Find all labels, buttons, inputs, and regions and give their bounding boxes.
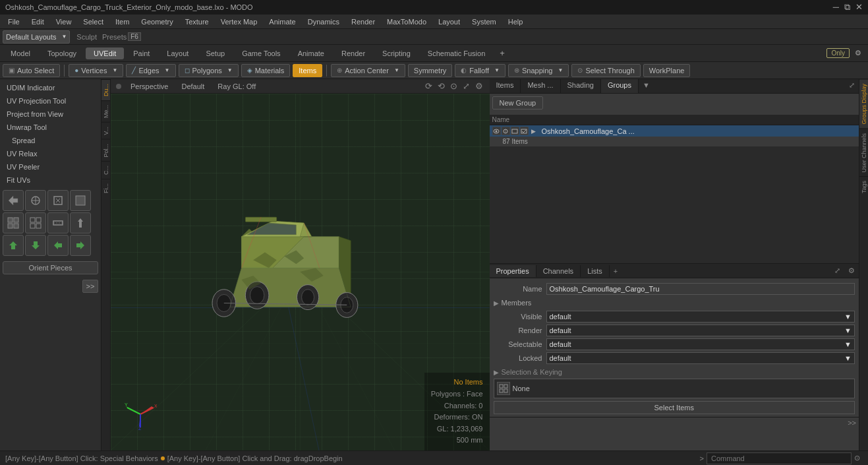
side-tab-du[interactable]: Du...	[101, 79, 110, 100]
auto-select-button[interactable]: ▣ Auto Select	[3, 64, 60, 77]
select-items-button[interactable]: Select Items	[494, 401, 855, 414]
falloff-button[interactable]: ◐ Falloff ▼	[455, 64, 506, 77]
props-expand-icon[interactable]: ⤢	[830, 264, 844, 277]
new-group-button[interactable]: New Group	[492, 96, 544, 109]
locked-dropdown[interactable]: default ▼	[546, 352, 855, 364]
side-tab-v[interactable]: V...	[101, 122, 110, 139]
tool-btn-1[interactable]	[3, 190, 24, 211]
selectable-dropdown[interactable]: default ▼	[546, 338, 855, 350]
group-box-icon[interactable]	[511, 127, 519, 135]
minimize-button[interactable]: ─	[833, 2, 839, 13]
presets-key[interactable]: F6	[128, 32, 141, 41]
menu-maxtomodo[interactable]: MaxToModo	[382, 16, 432, 27]
r-side-tab-tags[interactable]: Tags	[859, 176, 868, 197]
menu-layout[interactable]: Layout	[433, 16, 465, 27]
fit-uvs[interactable]: Fit UVs	[3, 174, 98, 186]
command-search-icon[interactable]: ⊙	[852, 452, 863, 464]
viewport-expand-icon[interactable]: ⤢	[461, 80, 471, 92]
close-button[interactable]: ✕	[855, 2, 863, 13]
viewport-orbit-icon[interactable]: ⟳	[424, 80, 434, 92]
side-tab-fi[interactable]: Fi...	[101, 179, 110, 197]
props-gear-icon[interactable]: ⚙	[844, 264, 859, 277]
workplane-button[interactable]: WorkPlane	[643, 64, 691, 77]
menu-item[interactable]: Item	[110, 16, 134, 27]
tool-btn-7[interactable]	[47, 212, 69, 233]
add-tab-button[interactable]: +	[494, 46, 510, 60]
menu-vertex-map[interactable]: Vertex Map	[216, 16, 263, 27]
symmetry-button[interactable]: Symmetry	[408, 64, 453, 77]
menu-file[interactable]: File	[3, 16, 25, 27]
render-dropdown[interactable]: default ▼	[546, 325, 855, 336]
tab-mesh[interactable]: Mesh ...	[521, 79, 560, 93]
tab-topology[interactable]: Topology	[40, 47, 84, 59]
snapping-button[interactable]: ⊛ Snapping ▼	[508, 64, 569, 77]
side-tab-me[interactable]: Me...	[101, 100, 110, 122]
tool-btn-left[interactable]	[47, 235, 69, 256]
tab-uvedit[interactable]: UVEdit	[86, 47, 124, 59]
materials-button[interactable]: ◈ Materials	[241, 64, 291, 77]
uv-peeler[interactable]: UV Peeler	[3, 161, 98, 173]
menu-geometry[interactable]: Geometry	[136, 16, 178, 27]
menu-dynamics[interactable]: Dynamics	[303, 16, 345, 27]
tab-paint[interactable]: Paint	[125, 47, 158, 59]
viewport-default[interactable]: Default	[177, 81, 208, 92]
uv-relax[interactable]: UV Relax	[3, 148, 98, 160]
props-tab-properties[interactable]: Properties	[490, 265, 536, 277]
name-input[interactable]	[546, 283, 855, 295]
props-plus-button[interactable]: +	[610, 265, 622, 277]
select-through-button[interactable]: ⊙ Select Through	[571, 64, 640, 77]
expand-panel-button[interactable]: >>	[82, 280, 98, 293]
udim-indicator[interactable]: UDIM Indicator	[3, 82, 98, 94]
tab-groups[interactable]: Groups	[601, 79, 639, 93]
vertices-button[interactable]: ● Vertices ▼	[69, 64, 123, 77]
tool-btn-8[interactable]	[70, 212, 91, 233]
props-bottom-expand[interactable]: >>	[848, 419, 856, 427]
tool-btn-right[interactable]	[70, 235, 91, 256]
menu-select[interactable]: Select	[78, 16, 109, 27]
viewport-canvas[interactable]: No Items Polygons : Face Channels: 0 Def…	[111, 94, 490, 450]
polygons-button[interactable]: ◻ Polygons ▼	[179, 64, 239, 77]
tab-setup[interactable]: Setup	[198, 47, 233, 59]
unwrap-tool[interactable]: Unwrap Tool	[3, 121, 98, 133]
only-badge[interactable]: Only	[826, 48, 850, 58]
tool-btn-down[interactable]	[25, 235, 46, 256]
group-eye-icon[interactable]	[492, 127, 501, 135]
menu-help[interactable]: Help	[503, 16, 529, 27]
maximize-button[interactable]: ⧉	[844, 2, 850, 13]
menu-view[interactable]: View	[51, 16, 77, 27]
tab-model[interactable]: Model	[3, 47, 38, 59]
group-row-main[interactable]: ▶ Oshkosh_Camouflage_Ca ...	[490, 125, 859, 137]
tab-items[interactable]: Items	[490, 79, 521, 93]
command-input[interactable]	[707, 452, 852, 464]
tool-btn-3[interactable]	[47, 190, 69, 211]
tab-render[interactable]: Render	[333, 47, 373, 59]
project-from-view[interactable]: Project from View	[3, 108, 98, 120]
r-side-tab-channels[interactable]: User Channels	[859, 129, 868, 177]
tool-btn-5[interactable]	[3, 212, 24, 233]
tool-btn-up[interactable]	[3, 235, 24, 256]
tab-layout[interactable]: Layout	[159, 47, 196, 59]
uv-projection-tool[interactable]: UV Projection Tool	[3, 95, 98, 107]
tab-game-tools[interactable]: Game Tools	[234, 47, 289, 59]
right-expand-icon[interactable]: ⤢	[845, 79, 859, 93]
presets-label[interactable]: Presets	[102, 33, 127, 41]
tool-btn-2[interactable]	[25, 190, 46, 211]
viewport-perspective[interactable]: Perspective	[127, 81, 172, 92]
spread-tool[interactable]: Spread	[3, 135, 98, 146]
group-expand-arrow[interactable]: ▶	[531, 128, 536, 135]
tool-btn-4[interactable]	[70, 190, 91, 211]
tab-shading[interactable]: Shading	[561, 79, 601, 93]
props-tab-channels[interactable]: Channels	[536, 265, 581, 277]
tab-schematic[interactable]: Schematic Fusion	[420, 47, 493, 59]
tab-scripting[interactable]: Scripting	[374, 47, 419, 59]
orient-pieces-button[interactable]: Orient Pieces	[3, 261, 98, 274]
keying-icon[interactable]	[497, 382, 510, 395]
menu-system[interactable]: System	[467, 16, 502, 27]
sculpt-label[interactable]: Sculpt	[76, 33, 97, 41]
menu-render[interactable]: Render	[346, 16, 380, 27]
side-tab-pol[interactable]: Pol...	[101, 139, 110, 162]
viewport-zoom-icon[interactable]: ⊙	[449, 80, 459, 92]
viewport-raygl[interactable]: Ray GL: Off	[214, 81, 260, 92]
group-render-icon[interactable]	[502, 127, 510, 135]
edges-button[interactable]: ╱ Edges ▼	[126, 64, 175, 77]
